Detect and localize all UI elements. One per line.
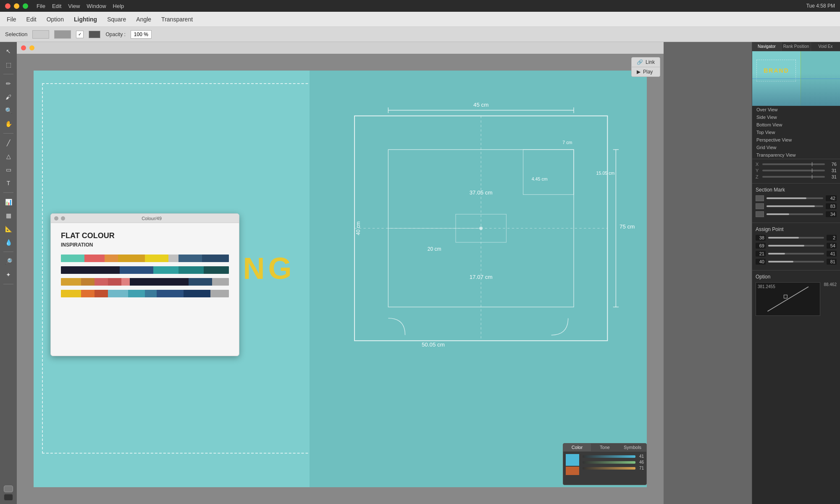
brush-icon[interactable]: 🖌 <box>3 91 14 103</box>
color-preview-secondary[interactable] <box>566 467 579 475</box>
menu-file[interactable]: File <box>37 3 45 9</box>
line-icon[interactable]: ╱ <box>3 137 14 149</box>
grid-icon[interactable]: ▦ <box>3 210 14 221</box>
svg-text:50.05 cm: 50.05 cm <box>422 341 445 348</box>
option-val-area: 88.462 <box>824 282 837 316</box>
svg-text:40 cm: 40 cm <box>355 221 361 235</box>
link-button[interactable]: 🔗 Link <box>632 58 660 67</box>
menu-item-square[interactable]: Square <box>107 16 126 23</box>
section-mark-title: Section Mark <box>756 187 837 193</box>
canvas-min-btn[interactable] <box>29 45 34 50</box>
tab-navigator[interactable]: Navigator <box>752 42 782 51</box>
color-slider-3[interactable] <box>583 467 635 470</box>
shape-icon[interactable]: △ <box>3 150 14 162</box>
panel-dot-1[interactable] <box>54 216 58 220</box>
colour-panel-title: Colour/49 <box>68 216 236 221</box>
section-slider-3[interactable] <box>766 213 823 215</box>
eyedrop-icon[interactable]: 💧 <box>3 236 14 248</box>
menu-item-lighting[interactable]: Lighting <box>74 16 97 23</box>
assign-slider-3[interactable] <box>768 253 824 255</box>
rect-icon[interactable]: ▭ <box>3 164 14 176</box>
colour-row-1 <box>61 255 229 262</box>
menu-item-file[interactable]: File <box>7 16 16 23</box>
section-slider-1[interactable] <box>766 197 823 199</box>
play-icon: ▶ <box>637 69 640 75</box>
section-val-1: 42 <box>826 195 837 201</box>
panel-dot-2[interactable] <box>61 216 65 220</box>
opacity-input[interactable] <box>131 30 152 39</box>
assign-left-3: 21 <box>756 251 766 257</box>
seg-4-8 <box>184 290 210 297</box>
color-back-icon[interactable] <box>4 494 13 501</box>
menu-view[interactable]: View <box>68 3 80 9</box>
x-slider[interactable] <box>762 163 825 165</box>
tab-rank-position[interactable]: Rank Position <box>782 42 811 51</box>
seg-4-5 <box>128 290 145 297</box>
menu-help[interactable]: Help <box>113 3 124 9</box>
chart-icon[interactable]: 📊 <box>3 196 14 208</box>
section-slider-2[interactable] <box>766 205 823 207</box>
menu-item-edit[interactable]: Edit <box>26 16 37 23</box>
symbols-tab[interactable]: Symbols <box>619 444 646 451</box>
view-bottom[interactable]: Bottom View <box>752 121 840 129</box>
fill-swatch[interactable] <box>32 30 49 39</box>
assign-slider-1[interactable] <box>768 237 824 239</box>
y-slider[interactable] <box>762 170 825 171</box>
assign-slider-2[interactable] <box>768 245 824 247</box>
svg-text:4.45 cm: 4.45 cm <box>532 176 548 181</box>
select-icon[interactable]: ⬚ <box>3 59 14 71</box>
hand-icon[interactable]: ✋ <box>3 118 14 130</box>
option-panel: Option 381.2455 88.462 <box>752 270 840 319</box>
color-preview-primary[interactable] <box>566 454 579 466</box>
search-icon[interactable]: 🔍 <box>3 105 14 116</box>
view-side[interactable]: Side View <box>752 113 840 121</box>
z-slider[interactable] <box>762 176 825 178</box>
artwork-area: BRANDING <box>34 71 647 487</box>
toolbar-check[interactable]: ✓ <box>76 31 84 38</box>
view-grid[interactable]: Grid View <box>752 144 840 151</box>
view-transparency[interactable]: Transparency View <box>752 151 840 159</box>
cursor-icon[interactable]: ↖ <box>3 45 14 57</box>
color-slider-1[interactable] <box>583 455 635 458</box>
seg-3-4 <box>108 278 121 286</box>
canvas-close-btn[interactable] <box>21 45 26 50</box>
menu-edit[interactable]: Edit <box>52 3 61 9</box>
menu-item-transparent[interactable]: Transparent <box>161 16 193 23</box>
colour-panel: Colour/49 FLAT COLOUR INSPIRATION <box>50 213 239 356</box>
minimize-button[interactable] <box>14 3 19 9</box>
pen-icon[interactable]: ✏ <box>3 78 14 89</box>
measure-icon[interactable]: 📐 <box>3 223 14 235</box>
text-icon[interactable]: T <box>3 177 14 189</box>
seg-4-9 <box>210 290 229 297</box>
tab-void-ex[interactable]: Void Ex <box>811 42 840 51</box>
close-button[interactable] <box>5 3 10 9</box>
view-over[interactable]: Over View <box>752 106 840 113</box>
view-perspective[interactable]: Perspective View <box>752 136 840 144</box>
star-icon[interactable]: ✦ <box>3 269 14 281</box>
menu-item-option[interactable]: Option <box>47 16 64 23</box>
play-label: Play <box>643 69 653 75</box>
assign-left-1: 38 <box>756 235 766 241</box>
toolbar: Selection ✓ Opacity : <box>0 27 840 42</box>
menu-window[interactable]: Window <box>87 3 106 9</box>
color-tab[interactable]: Color <box>563 444 591 451</box>
assign-point-panel: Assign Point 38 2 69 54 21 41 <box>752 223 840 270</box>
maximize-button[interactable] <box>23 3 28 9</box>
toolbar-box[interactable] <box>89 31 100 38</box>
stroke-swatch[interactable] <box>54 30 71 39</box>
menu-item-angle[interactable]: Angle <box>136 16 151 23</box>
play-button[interactable]: ▶ Play <box>632 67 660 76</box>
assign-row-4: 40 81 <box>756 259 837 265</box>
tone-tab[interactable]: Tone <box>591 444 619 451</box>
assign-row-3: 21 41 <box>756 251 837 257</box>
y-label: Y <box>756 168 761 173</box>
link-icon: 🔗 <box>637 59 643 65</box>
traffic-lights <box>5 3 28 9</box>
color-front-icon[interactable] <box>4 486 13 492</box>
zoom-icon[interactable]: 🔎 <box>3 255 14 267</box>
view-top[interactable]: Top View <box>752 129 840 136</box>
assign-slider-4[interactable] <box>768 261 824 262</box>
color-slider-2[interactable] <box>583 461 635 464</box>
seg-3-7 <box>189 278 212 286</box>
section-row-2: 83 <box>756 203 837 209</box>
